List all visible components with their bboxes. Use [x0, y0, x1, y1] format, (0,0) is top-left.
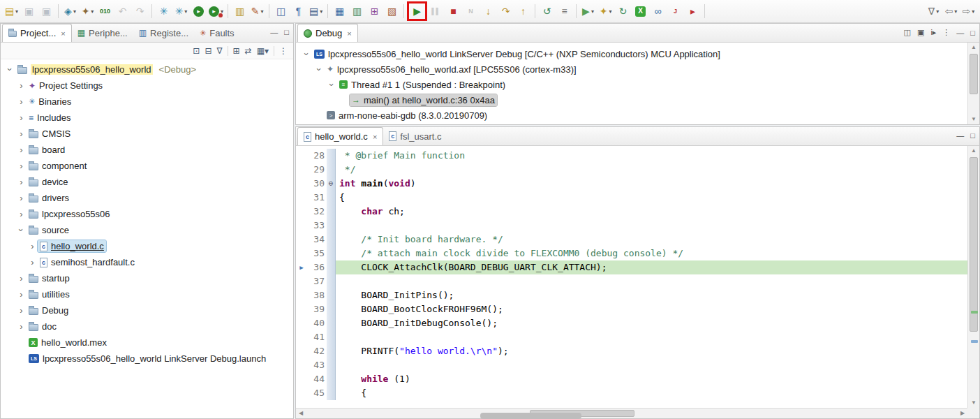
line-number[interactable]: 45 [307, 386, 327, 400]
pins-tool-button[interactable]: ∞ [649, 2, 667, 20]
scrollbar-thumb[interactable] [970, 54, 978, 94]
clean-menu-button[interactable]: ✳▾ [172, 2, 190, 20]
line-number[interactable]: 31 [307, 191, 327, 205]
chevron-collapsed-icon[interactable]: › [16, 145, 27, 155]
build-config-button[interactable]: ✦▾ [79, 2, 96, 20]
explorer-tree-row[interactable]: ›lpcxpresso55s06_hello_world <Debug> [1, 61, 293, 78]
peripherals-button[interactable]: ⊞ [366, 2, 383, 20]
chevron-collapsed-icon[interactable]: › [16, 80, 27, 91]
new-wizard-button[interactable]: ▤▾ [3, 2, 20, 20]
undo-button[interactable]: ↶ [114, 2, 131, 20]
console-button[interactable]: ▤▾ [307, 2, 325, 20]
maximize-icon[interactable]: □ [970, 29, 975, 37]
debug-button[interactable]: ▸ [190, 2, 207, 20]
line-number[interactable]: 34 [307, 233, 327, 247]
chevron-collapsed-icon[interactable]: › [27, 241, 38, 251]
explorer-tree-row[interactable]: ›CMSIS [1, 126, 293, 142]
line-number[interactable]: 35 [307, 247, 327, 260]
line-number[interactable]: 40 [307, 316, 327, 330]
show-whitespace-button[interactable]: ¶ [290, 2, 307, 20]
tab-periphe[interactable]: ▦Periphe... [72, 24, 133, 42]
debug-tree-row[interactable]: ›LSlpcxpresso55s06_hello_world LinkServe… [296, 46, 967, 61]
scroll-up-icon[interactable]: ▲ [968, 43, 979, 52]
link-editor-icon[interactable]: ⇄ [245, 46, 252, 56]
chevron-collapsed-icon[interactable]: › [16, 161, 27, 171]
suspend-button[interactable]: ▌▌ [427, 2, 445, 20]
collapse-all-icon[interactable]: ⊟ [205, 46, 211, 56]
instruction-pointer-icon[interactable]: ▶ [296, 260, 307, 274]
minimize-icon[interactable]: — [270, 28, 278, 36]
step-return-button[interactable]: ↑ [514, 2, 532, 20]
scroll-right-icon[interactable]: ▶ [958, 409, 967, 418]
refresh-button[interactable]: ↻ [614, 2, 632, 20]
maximize-icon[interactable]: □ [970, 131, 975, 140]
line-number[interactable]: 44 [307, 372, 327, 386]
memory-button[interactable]: ▦ [331, 2, 348, 20]
explorer-tree-row[interactable]: ›startup [1, 270, 293, 286]
overview-marker-occurrence[interactable] [971, 340, 978, 343]
line-number[interactable]: 38 [307, 288, 327, 302]
chevron-collapsed-icon[interactable]: › [16, 193, 27, 203]
debug-scrollbar[interactable]: ▲ ▼ [967, 43, 979, 124]
scrollbar-thumb[interactable] [970, 157, 978, 332]
external-tools-button[interactable]: ✦▾ [597, 2, 614, 20]
explorer-tree-row[interactable]: ›≡Includes [1, 110, 293, 126]
save-all-button[interactable]: ▣ [38, 2, 55, 20]
chevron-collapsed-icon[interactable]: › [16, 289, 27, 300]
tab-faults[interactable]: ✳Faults [194, 24, 240, 42]
data-viewer-button[interactable]: ▥ [231, 2, 248, 20]
chevron-collapsed-icon[interactable]: › [16, 177, 27, 187]
minimize-icon[interactable]: — [956, 29, 964, 37]
view-menu-icon[interactable]: ⋮ [279, 46, 288, 56]
chevron-collapsed-icon[interactable]: › [16, 305, 27, 316]
explorer-tree-row[interactable]: ›component [1, 158, 293, 174]
line-number[interactable]: 43 [307, 358, 327, 372]
debug-tree-row[interactable]: →main() at hello_world.c:36 0x4aa [296, 92, 967, 108]
step-into-button[interactable]: ↓ [480, 2, 497, 20]
build-button[interactable]: 010 [96, 2, 114, 20]
tab-debug[interactable]: Debug × [297, 24, 358, 42]
line-number[interactable]: 36 [307, 260, 327, 274]
debug-tree-row[interactable]: ›≡Thread #1 1 (Suspended : Breakpoint) [296, 77, 967, 92]
chevron-expanded-icon[interactable]: › [16, 225, 27, 235]
line-number[interactable]: 29 [307, 163, 327, 177]
explorer-tree-row[interactable]: LSlpcxpresso55s06_hello_world LinkServer… [1, 351, 293, 367]
explorer-tree-row[interactable]: ›drivers [1, 190, 293, 206]
line-number[interactable]: 32 [307, 205, 327, 219]
close-icon[interactable]: × [373, 133, 377, 141]
explorer-tree-row[interactable]: ›✳Binaries [1, 94, 293, 110]
explorer-tree-row[interactable]: ›✦Project Settings [1, 78, 293, 94]
fold-minus-icon[interactable]: ⊖ [327, 177, 336, 191]
line-number[interactable]: 41 [307, 330, 327, 344]
line-number[interactable]: 28 [307, 149, 327, 163]
profile-button[interactable]: ▸▾ [207, 2, 225, 20]
line-number[interactable]: 37 [307, 274, 327, 288]
scroll-down-icon[interactable]: ▼ [968, 398, 979, 408]
restart-button[interactable]: ↺ [538, 2, 556, 20]
registers-button[interactable]: ▥ [348, 2, 366, 20]
view-menu-icon[interactable]: ⋮ [942, 28, 950, 37]
tab-registe[interactable]: ▥Registe... [133, 24, 194, 42]
run-menu-button[interactable]: ▶▾ [579, 2, 597, 20]
explorer-tree-row[interactable]: ›doc [1, 318, 293, 335]
line-number[interactable]: 39 [307, 302, 327, 316]
pin-view-button[interactable]: ∇▾ [925, 2, 942, 20]
scroll-up-icon[interactable]: ▲ [968, 146, 979, 156]
debug-tree-row[interactable]: >arm-none-eabi-gdb (8.3.0.20190709) [296, 108, 967, 123]
overview-marker-current-line[interactable] [971, 311, 978, 314]
focus-icon[interactable]: ⊡ [193, 46, 200, 56]
chevron-collapsed-icon[interactable]: › [16, 112, 27, 123]
grid-icon[interactable]: ⊞ [233, 46, 240, 56]
config-tools-button[interactable]: X [632, 2, 649, 20]
close-icon[interactable]: × [347, 29, 351, 38]
heap-view-button[interactable]: ▧ [383, 2, 401, 20]
probe-button[interactable]: ▸ [684, 2, 701, 20]
forward-button[interactable]: ⇨▾ [960, 2, 977, 20]
bottom-center-handle[interactable] [480, 413, 581, 419]
scroll-down-icon[interactable]: ▼ [968, 115, 979, 124]
explorer-tree-row[interactable]: ›Debug [1, 302, 293, 318]
code-editor[interactable]: 28 * @brief Main function29 */30⊖int mai… [296, 146, 967, 408]
instruction-stepping-button[interactable]: ≡ [556, 2, 573, 20]
save-button[interactable]: ▣ [20, 2, 38, 20]
explorer-tree-row[interactable]: ›lpcxpresso55s06 [1, 206, 293, 222]
